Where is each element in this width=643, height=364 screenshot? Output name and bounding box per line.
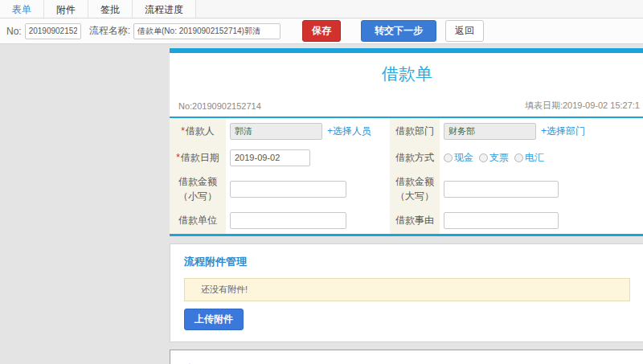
amount-upper-label: 借款金额（大写） [390,171,440,207]
form-meta-row: No:20190902152714 填表日期:2019-09-02 15:27:… [170,96,643,118]
radio-option-cash[interactable]: 现金 [444,151,473,165]
loan-method-radio-group: 现金 支票 电汇 [444,151,544,165]
no-input[interactable] [25,23,81,39]
no-attachments-message: 还没有附件! [184,278,630,301]
no-label: No: [6,26,22,37]
save-button[interactable]: 保存 [302,20,341,42]
tab-progress[interactable]: 流程进度 [133,0,196,18]
form-date-text: 填表日期:2019-09-02 15:27:1 [525,100,640,112]
loan-date-field-cell [226,144,390,171]
form-no-text: No:20190902152714 [178,101,261,111]
amount-upper-field-cell [440,171,643,207]
loan-method-label: 借款方式 [390,144,440,171]
attachments-panel: 流程附件管理 还没有附件! 上传附件 [170,243,643,342]
forward-next-step-button[interactable]: 转交下一步 [361,20,436,42]
loan-unit-field-cell [226,207,390,234]
loan-unit-label: 借款单位 [170,207,226,234]
loan-form-table: *借款人 +选择人员 借款部门 +选择部门 *借款日期 [170,118,643,236]
process-name-input[interactable] [133,23,281,39]
radio-circle-icon [444,153,453,162]
attachments-title: 流程附件管理 [184,255,630,269]
loan-form-panel: 借款单 No:20190902152714 填表日期:2019-09-02 15… [170,48,643,236]
department-label: 借款部门 [390,118,440,144]
tab-bar: 表单 附件 签批 流程进度 [0,0,643,18]
upload-attachment-button[interactable]: 上传附件 [184,309,244,330]
back-button[interactable]: 返回 [445,20,484,42]
loan-reason-input[interactable] [444,212,559,229]
loan-date-label: *借款日期 [170,144,226,171]
tab-attachments[interactable]: 附件 [44,0,88,18]
approval-panel: 流程签批意见 B I abc [170,350,643,364]
loan-reason-label: 借款事由 [390,207,440,234]
form-title: 借款单 [170,53,643,96]
tab-form[interactable]: 表单 [0,0,44,18]
required-mark: * [181,125,185,137]
required-mark: * [176,152,180,163]
amount-upper-input[interactable] [444,181,559,198]
radio-option-cheque[interactable]: 支票 [479,151,509,165]
radio-circle-icon [514,153,523,162]
amount-lower-label: 借款金额（小写） [170,171,226,207]
loan-method-field-cell: 现金 支票 电汇 [440,144,643,171]
process-name-label: 流程名称: [89,24,130,38]
borrower-input[interactable] [230,123,322,140]
select-department-link[interactable]: +选择部门 [541,125,585,138]
amount-lower-field-cell [226,171,390,207]
select-person-link[interactable]: +选择人员 [327,125,371,138]
loan-reason-field-cell [440,207,643,234]
action-toolbar: No: 流程名称: 保存 转交下一步 返回 [0,18,643,44]
tab-approval[interactable]: 签批 [88,0,133,18]
amount-lower-input[interactable] [230,181,346,198]
loan-unit-input[interactable] [230,212,346,229]
page-content: 借款单 No:20190902152714 填表日期:2019-09-02 15… [0,44,643,364]
department-field-cell: +选择部门 [440,118,643,144]
department-input[interactable] [444,123,536,140]
loan-date-input[interactable] [230,149,310,166]
radio-circle-icon [479,153,488,162]
borrower-field-cell: +选择人员 [226,118,390,144]
borrower-label: *借款人 [170,118,226,144]
radio-option-wire[interactable]: 电汇 [514,151,544,165]
